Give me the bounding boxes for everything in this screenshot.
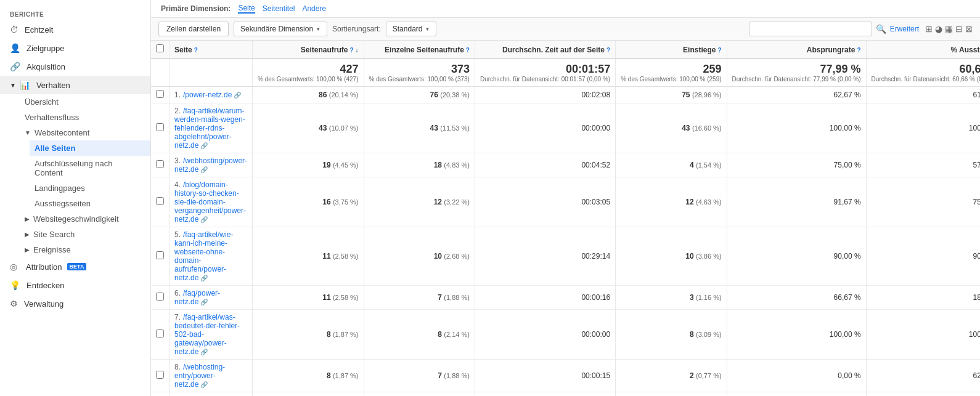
- erweitert-button[interactable]: Erweitert: [890, 25, 919, 33]
- sort-arrow[interactable]: ↓: [356, 47, 359, 54]
- row-checkbox-cell[interactable]: [151, 286, 169, 310]
- row-einstiege: 4 (1,54 %): [616, 153, 727, 177]
- entdecken-icon: 💡: [10, 280, 20, 290]
- page-link[interactable]: /webhosting/power-netz.de: [174, 156, 247, 174]
- table-row: 8./webhosting-entry/power-netz.de🔗8 (1,8…: [151, 360, 980, 392]
- row-checkbox-cell[interactable]: [151, 360, 169, 392]
- row-seitenaufrufe: 11 (2,58 %): [253, 286, 364, 310]
- table-view-icon[interactable]: ⊞: [925, 24, 933, 34]
- external-link-icon[interactable]: 🔗: [200, 381, 208, 388]
- external-link-icon[interactable]: 🔗: [234, 92, 241, 99]
- row-ausstiege: 75,00 %: [866, 177, 980, 227]
- compare-view-icon[interactable]: ⊟: [955, 24, 963, 34]
- sidebar-item-ereignisse[interactable]: ▶ Ereignisse: [20, 242, 150, 257]
- row-ausstiege: 18,18 %: [866, 286, 980, 310]
- sidebar-item-akquisition[interactable]: 🔗 Akquisition: [0, 57, 150, 76]
- summary-row: 427 % des Gesamtwerts: 100,00 % (427) 37…: [151, 59, 980, 87]
- row-checkbox[interactable]: [156, 123, 164, 131]
- col-einzelne-help[interactable]: ?: [466, 47, 470, 54]
- row-seitenaufrufe: 43 (10,07 %): [253, 103, 364, 153]
- row-checkbox-cell[interactable]: [151, 87, 169, 103]
- row-page: 3./webhosting/power-netz.de🔗: [169, 153, 253, 177]
- row-number: 3.: [174, 156, 181, 165]
- external-link-icon[interactable]: 🔗: [200, 275, 208, 281]
- zeilen-darstellen-button[interactable]: Zeilen darstellen: [158, 22, 229, 36]
- einzelne-value: 7: [438, 293, 442, 302]
- row-checkbox-cell[interactable]: [151, 103, 169, 153]
- external-link-icon[interactable]: 🔗: [200, 299, 208, 305]
- search-button[interactable]: 🔍: [876, 24, 886, 34]
- sidebar-item-landingpages[interactable]: Landingpages: [30, 180, 150, 196]
- row-checkbox-cell[interactable]: [151, 310, 169, 360]
- sidebar-item-verhalten[interactable]: ▼ 📊 Verhalten: [0, 76, 150, 94]
- row-checkbox-cell[interactable]: [151, 227, 169, 286]
- einstiege-pct: (0,77 %): [696, 372, 722, 379]
- select-all-checkbox[interactable]: [156, 44, 164, 52]
- search-input[interactable]: [749, 22, 872, 36]
- dim-seitentitel-link[interactable]: Seitentitel: [263, 4, 295, 13]
- sidebar-item-ubersicht[interactable]: Übersicht: [20, 94, 150, 110]
- col-seitenaufrufe-help[interactable]: ?: [349, 47, 353, 54]
- sidebar-item-zielgruppe[interactable]: 👤 Zielgruppe: [0, 39, 150, 57]
- page-link[interactable]: /faq-artikel/warum-werden-mails-wegen-fe…: [174, 107, 245, 150]
- row-durchschn: 00:00:16: [475, 286, 615, 310]
- einstiege-pct: (3,86 %): [696, 253, 722, 260]
- sidebar-item-aufschluesselung[interactable]: Aufschlüsselung nach Content: [30, 156, 150, 180]
- row-checkbox[interactable]: [156, 197, 164, 205]
- col-seite-help[interactable]: ?: [194, 47, 198, 54]
- row-einzelne: 43 (11,53 %): [364, 103, 475, 153]
- col-absprungrate-help[interactable]: ?: [857, 47, 860, 54]
- sidebar-item-verhaltensfluss[interactable]: Verhaltensfluss: [20, 110, 150, 125]
- select-all-header[interactable]: [151, 41, 169, 59]
- pie-view-icon[interactable]: ◕: [935, 24, 942, 34]
- bar-view-icon[interactable]: ▦: [945, 24, 953, 34]
- row-checkbox[interactable]: [156, 293, 164, 301]
- sekundare-dimension-dropdown[interactable]: Sekundäre Dimension: [234, 22, 327, 36]
- external-link-icon[interactable]: 🔗: [200, 216, 208, 223]
- external-link-icon[interactable]: 🔗: [200, 166, 208, 173]
- row-checkbox-cell[interactable]: [151, 153, 169, 177]
- sidebar-item-verwaltung[interactable]: ⚙ Verwaltung: [0, 294, 150, 313]
- summary-absprungrate: 77,99 % Durchschn. für Datenansicht: 77,…: [727, 59, 866, 87]
- sortierung-dropdown[interactable]: Standard: [386, 22, 437, 36]
- sidebar-item-ausstiegsseiten[interactable]: Ausstiegsseiten: [30, 196, 150, 211]
- sidebar-item-attribution[interactable]: ◎ Attribution BETA: [0, 257, 150, 276]
- pivot-view-icon[interactable]: ⊠: [965, 24, 973, 34]
- page-link[interactable]: /power-netz.de: [183, 91, 232, 99]
- row-page: 8./webhosting-entry/power-netz.de🔗: [169, 360, 253, 392]
- row-checkbox[interactable]: [156, 90, 164, 98]
- sidebar-item-websitegeschwindigkeit[interactable]: ▶ Websitegeschwindigkeit: [20, 211, 150, 227]
- row-checkbox[interactable]: [156, 329, 164, 337]
- row-checkbox[interactable]: [156, 371, 164, 379]
- verhalten-arrow: ▼: [10, 82, 16, 89]
- row-checkbox-cell[interactable]: [151, 177, 169, 227]
- row-absprungrate: 100,00 %: [727, 310, 866, 360]
- sidebar-item-alle-seiten[interactable]: Alle Seiten: [30, 140, 150, 156]
- dim-seite-link[interactable]: Seite: [238, 4, 255, 14]
- dim-andere-link[interactable]: Andere: [302, 4, 326, 13]
- col-durchschn-help[interactable]: ?: [606, 47, 610, 54]
- seitenaufrufe-value: 43: [319, 124, 327, 132]
- einzelne-value: 7: [438, 371, 442, 380]
- sidebar-item-websitecontent[interactable]: ▼ Websitecontent: [20, 125, 150, 140]
- row-checkbox[interactable]: [156, 160, 164, 168]
- col-header-seite: Seite ?: [169, 41, 253, 59]
- sidebar-item-site-search[interactable]: ▶ Site Search: [20, 227, 150, 242]
- row-checkbox-cell[interactable]: [151, 392, 169, 397]
- page-link[interactable]: /blog/domain-history-so-checken-sie-die-…: [174, 180, 246, 224]
- ausstiege-value: 90,91 %: [973, 252, 980, 261]
- row-durchschn: 00:00:15: [475, 360, 615, 392]
- row-durchschn: 00:03:05: [475, 177, 615, 227]
- sidebar-item-entdecken[interactable]: 💡 Entdecken: [0, 276, 150, 294]
- external-link-icon[interactable]: 🔗: [200, 349, 208, 355]
- col-seitenaufrufe-label: Seitenaufrufe: [301, 46, 348, 54]
- row-checkbox[interactable]: [156, 251, 164, 259]
- row-ausstiege: 42,86 %: [866, 392, 980, 397]
- row-page: 4./blog/domain-history-so-checken-sie-di…: [169, 177, 253, 227]
- seitenaufrufe-pct: (4,45 %): [333, 161, 359, 169]
- col-einstiege-help[interactable]: ?: [717, 47, 721, 54]
- col-ausstiege-label: % Ausstiege: [951, 46, 980, 54]
- page-link[interactable]: /faq/power-netz.de: [174, 289, 220, 306]
- external-link-icon[interactable]: 🔗: [200, 142, 208, 149]
- sidebar-item-echtzeit[interactable]: ⏱ Echtzeit: [0, 20, 150, 39]
